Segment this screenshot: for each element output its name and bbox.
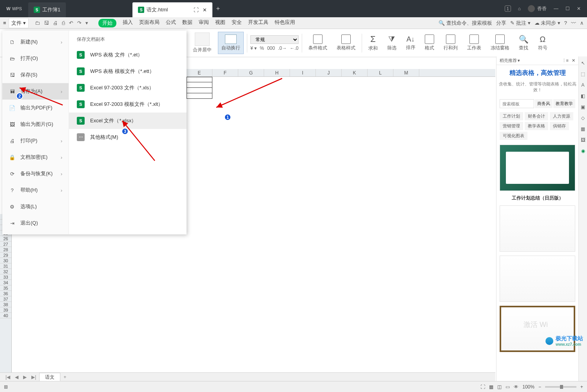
menu-encrypt[interactable]: 🔒文档加密(E)› <box>2 149 69 165</box>
sync-button[interactable]: ☁ 未同步 ▾ <box>534 20 560 27</box>
symbol[interactable]: Ω符号 <box>535 33 551 53</box>
style-icon[interactable]: A <box>581 82 584 88</box>
percent-icon[interactable]: % <box>260 45 264 51</box>
object-icon[interactable]: ▣ <box>581 104 585 110</box>
row-header[interactable]: 26 <box>0 236 11 241</box>
ribbon-tab-9[interactable]: 特色应用 <box>275 19 295 27</box>
cell[interactable] <box>187 93 212 99</box>
column-header[interactable]: L <box>368 69 393 76</box>
find[interactable]: 🔍查找 <box>516 33 532 53</box>
sheet-nav-prev[interactable]: ◀ <box>13 374 20 380</box>
table-icon[interactable]: ▦ <box>581 126 585 132</box>
sheet-nav-next[interactable]: ▶ <box>22 374 28 380</box>
notification-badge[interactable]: 1 <box>505 5 511 12</box>
menu-save[interactable]: 🖫保存(S) <box>2 67 69 83</box>
menu-icon[interactable]: ≡ <box>3 20 6 26</box>
format-xls[interactable]: SExcel 97-2003 文件（*.xls） <box>69 80 187 96</box>
search-opt-edu[interactable]: 教育教学 <box>553 99 575 108</box>
column-header[interactable]: G <box>238 69 264 76</box>
row-header[interactable]: 31 <box>0 263 11 269</box>
ribbon-tab-3[interactable]: 公式 <box>166 19 176 27</box>
cursor-icon[interactable]: ↖ <box>581 60 585 66</box>
open-icon[interactable]: 🗀 <box>35 20 40 26</box>
preview-icon[interactable]: ⎙ <box>62 20 65 26</box>
row-header[interactable]: 33 <box>0 274 11 280</box>
menu-backup[interactable]: ⟳备份与恢复(K)› <box>2 165 69 182</box>
template-thumb[interactable] <box>500 205 575 252</box>
filter[interactable]: ⧩筛选 <box>384 33 400 53</box>
help-icon[interactable]: ? <box>564 20 567 26</box>
template-thumb[interactable] <box>500 256 575 302</box>
freeze[interactable]: 冻结窗格 <box>487 33 513 53</box>
feedback-icon[interactable]: ⌂ <box>518 6 521 11</box>
command-search[interactable]: 🔍 查找命令、搜索模板 <box>438 20 492 27</box>
row-header[interactable]: 28 <box>0 247 11 252</box>
save-icon[interactable]: 🖫 <box>44 20 49 26</box>
format-xlsx[interactable]: SExcel 文件（*.xlsx） <box>69 113 187 129</box>
row-header[interactable]: 32 <box>0 269 11 274</box>
cell[interactable] <box>187 77 212 82</box>
panel-close-icon[interactable]: ✕ <box>572 58 575 63</box>
menu-open[interactable]: 🗁打开(O) <box>2 50 69 67</box>
row-header[interactable]: 37 <box>0 296 11 302</box>
auto-wrap-button[interactable]: 自动换行 <box>218 32 244 54</box>
ribbon-tab-7[interactable]: 安全 <box>232 19 242 27</box>
template-tag[interactable]: 供销存 <box>550 122 569 130</box>
currency-icon[interactable]: ¥ ▾ <box>250 45 257 51</box>
ribbon-arrow-icon[interactable]: ∧ <box>580 20 584 26</box>
row-header[interactable]: 36 <box>0 291 11 296</box>
sort[interactable]: A↓排序 <box>403 34 419 53</box>
table-style[interactable]: 表格样式 <box>333 33 359 53</box>
eye-icon[interactable]: 👁 <box>514 384 518 390</box>
column-header[interactable]: J <box>316 69 342 76</box>
template-tag[interactable]: 工作计划 <box>500 112 523 120</box>
template-tag[interactable]: 可视化图表 <box>500 132 527 140</box>
tab-active[interactable]: S 语文.html ⛶ ✕ <box>132 2 212 17</box>
view-normal-icon[interactable]: ⛶ <box>480 384 485 390</box>
cond-format[interactable]: 条件格式 <box>305 33 330 53</box>
view-grid-icon[interactable]: ▦ <box>489 384 493 390</box>
template-tag[interactable]: 教学表格 <box>525 122 548 130</box>
tab-workbook[interactable]: S 工作簿1 <box>28 2 66 17</box>
menu-export-img[interactable]: 🖼输出为图片(G) <box>2 116 69 132</box>
search-opt-business[interactable]: 商务风 <box>535 99 553 108</box>
view-reading-icon[interactable]: ▭ <box>505 384 510 390</box>
cell[interactable] <box>187 82 212 88</box>
shape-icon[interactable]: ◇ <box>581 115 585 121</box>
comment-button[interactable]: ✎ 批注 ▾ <box>510 20 530 27</box>
sheet-nav-first[interactable]: |◀ <box>4 374 12 380</box>
row-header[interactable]: 34 <box>0 280 11 285</box>
dropdown-icon[interactable]: ▾ <box>85 20 88 26</box>
inc-decimal-icon[interactable]: .0→ <box>278 45 287 51</box>
status-icon[interactable]: ⊞ <box>4 384 8 390</box>
collapse-ribbon-icon[interactable]: 〰 <box>571 20 576 26</box>
menu-options[interactable]: ⚙选项(L) <box>2 198 69 215</box>
file-menu-button[interactable]: 文件▾ <box>9 18 29 28</box>
sheet-nav-last[interactable]: ▶| <box>30 374 38 380</box>
menu-saveas[interactable]: 🖬另存为(A)› <box>2 83 69 100</box>
image-icon[interactable]: 🖼 <box>581 137 585 143</box>
panel-settings-icon[interactable]: ⋮≡ <box>562 58 569 63</box>
sum[interactable]: Σ求和 <box>365 33 381 53</box>
row-header[interactable]: 40 <box>0 313 11 318</box>
format-et[interactable]: SWPS 表格 文件（*.et） <box>69 47 187 63</box>
maximize-icon[interactable]: ☐ <box>565 6 570 11</box>
row-header[interactable]: 38 <box>0 302 11 307</box>
ribbon-tab-5[interactable]: 审阅 <box>199 19 209 27</box>
ribbon-tab-8[interactable]: 开发工具 <box>248 19 268 27</box>
select-icon[interactable]: ⬚ <box>581 71 585 77</box>
template-search-input[interactable] <box>500 99 534 108</box>
close-window-icon[interactable]: ✕ <box>577 6 581 11</box>
add-sheet-button[interactable]: + <box>62 374 68 380</box>
row-header[interactable]: 30 <box>0 258 11 263</box>
column-header[interactable]: M <box>393 69 419 76</box>
ribbon-tab-4[interactable]: 数据 <box>182 19 192 27</box>
minimize-icon[interactable]: — <box>554 6 558 11</box>
column-header[interactable]: E <box>187 69 212 76</box>
zoom-slider[interactable] <box>545 386 576 388</box>
merge-group[interactable]: 合并居中 <box>190 31 215 55</box>
zoom-in-button[interactable]: + <box>580 384 583 390</box>
sheet-tab[interactable]: 语文 <box>39 373 60 381</box>
share-button[interactable]: 分享 <box>496 20 506 27</box>
ribbon-tab-0[interactable]: 开始 <box>98 19 116 27</box>
